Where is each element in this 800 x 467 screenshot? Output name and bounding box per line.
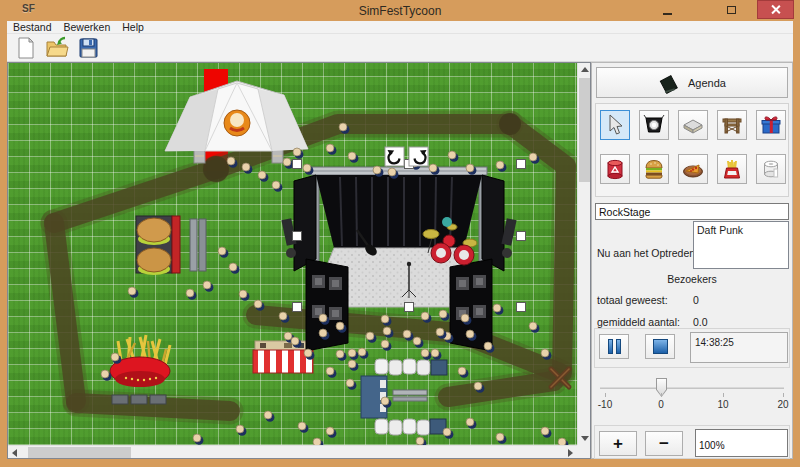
app-window: SF SimFestTycoon Bestand Bewerken Help: [0, 0, 800, 467]
close-button[interactable]: [757, 0, 794, 19]
agenda-book-icon: [658, 72, 680, 94]
toilet-block[interactable]: [361, 359, 447, 435]
visitor: [186, 289, 196, 300]
stop-icon: [653, 339, 668, 354]
visitor: [496, 433, 506, 444]
visitor: [326, 427, 336, 438]
striped-stall[interactable]: [253, 341, 313, 373]
visitor: [239, 290, 249, 301]
selection-handle[interactable]: [405, 303, 414, 312]
visitor: [218, 247, 228, 258]
time-controls: 14:38:25: [594, 328, 790, 368]
tool-trash-can[interactable]: [600, 154, 630, 184]
scroll-right-icon[interactable]: [568, 449, 573, 457]
now-performing-label: Nu aan het Optreden:: [597, 247, 698, 259]
tool-gift-shop[interactable]: [756, 110, 786, 140]
minimize-button[interactable]: [652, 0, 682, 19]
visitor: [529, 322, 539, 333]
new-file-icon[interactable]: [15, 36, 37, 60]
visitor: [496, 161, 506, 172]
slider-label-max: 20: [777, 399, 788, 410]
vertical-scroll-thumb[interactable]: [579, 78, 590, 182]
agenda-button[interactable]: Agenda: [596, 67, 788, 98]
selection-handle[interactable]: [517, 232, 526, 241]
now-performing-section: Nu aan het Optreden: Daft Punk: [595, 221, 789, 270]
rotate-left-button[interactable]: [385, 147, 404, 166]
scroll-left-icon[interactable]: [12, 449, 17, 457]
now-performing-list[interactable]: Daft Punk: [693, 221, 789, 269]
zoom-controls: + −: [594, 425, 790, 459]
visitors-section: Bezoekers totaal geweest: 0 gemiddeld aa…: [595, 270, 789, 328]
side-panel: Agenda: [591, 62, 793, 459]
visitor: [416, 437, 426, 445]
speed-slider-track[interactable]: [600, 387, 784, 389]
zoom-in-button[interactable]: +: [599, 431, 637, 456]
slider-label-10: 10: [717, 399, 728, 410]
visitors-total-value: 0: [693, 294, 699, 306]
visitor: [193, 434, 203, 445]
visitor: [348, 360, 358, 371]
map-canvas[interactable]: [8, 63, 577, 445]
horizontal-scrollbar[interactable]: [8, 445, 577, 458]
visitor: [229, 263, 239, 274]
tool-stage-platform[interactable]: [678, 110, 708, 140]
stop-button[interactable]: [645, 334, 675, 359]
selection-handle[interactable]: [517, 160, 526, 169]
gate-icon: [720, 113, 744, 137]
close-icon: [770, 4, 781, 15]
menu-bestand[interactable]: Bestand: [7, 21, 58, 33]
bench[interactable]: [190, 219, 206, 271]
selection-handle[interactable]: [517, 303, 526, 312]
menu-help[interactable]: Help: [116, 21, 150, 33]
zoom-out-button[interactable]: −: [645, 431, 683, 456]
selection-handle[interactable]: [293, 160, 302, 169]
visitor: [443, 428, 453, 439]
visitor: [381, 340, 391, 351]
menubar: Bestand Bewerken Help: [7, 21, 793, 34]
visitor: [348, 349, 358, 360]
rotate-right-button[interactable]: [409, 147, 428, 166]
visitor: [313, 438, 323, 445]
stage-name-input[interactable]: [595, 203, 789, 220]
slider-tick: [605, 393, 606, 397]
maximize-icon: [727, 6, 736, 14]
horizontal-scroll-thumb[interactable]: [28, 447, 131, 458]
now-performing-artist: Daft Punk: [697, 224, 743, 236]
visitor: [346, 379, 356, 390]
tool-select-cursor[interactable]: [600, 110, 630, 140]
map-area: [7, 62, 591, 459]
zoom-level-field[interactable]: [695, 429, 788, 457]
visitor: [326, 367, 336, 378]
festival-map[interactable]: [8, 63, 577, 445]
scroll-down-icon[interactable]: [581, 436, 589, 441]
vertical-scrollbar[interactable]: [577, 63, 590, 445]
visitors-avg-label: gemiddeld aantal:: [597, 316, 680, 328]
open-file-icon[interactable]: [45, 36, 69, 60]
visitors-total-label: totaal geweest:: [597, 294, 668, 306]
pause-button[interactable]: [599, 334, 629, 359]
tool-pizza-stand[interactable]: [678, 154, 708, 184]
visitor: [421, 349, 431, 360]
tool-burger-stand[interactable]: [639, 154, 669, 184]
selection-handle[interactable]: [293, 232, 302, 241]
cursor-icon: [603, 113, 627, 137]
toilet-paper-icon: [759, 157, 783, 181]
tool-fries-stand[interactable]: [717, 154, 747, 184]
menu-bewerken[interactable]: Bewerken: [58, 21, 117, 33]
tool-toilet[interactable]: [756, 154, 786, 184]
visitor: [264, 411, 274, 422]
tool-entrance-gate[interactable]: [717, 110, 747, 140]
save-file-icon[interactable]: [77, 36, 99, 60]
slider-tick: [661, 393, 662, 397]
burger-icon: [642, 157, 666, 181]
bench[interactable]: [112, 395, 166, 404]
tool-spotlight[interactable]: [639, 110, 669, 140]
visitor: [358, 348, 368, 359]
maximize-button[interactable]: [716, 0, 746, 19]
stage-platform-icon: [681, 113, 705, 137]
visitor: [448, 151, 458, 162]
scroll-up-icon[interactable]: [581, 67, 589, 72]
visitor: [558, 438, 568, 445]
selection-handle[interactable]: [293, 303, 302, 312]
burger-stand[interactable]: [136, 216, 180, 275]
